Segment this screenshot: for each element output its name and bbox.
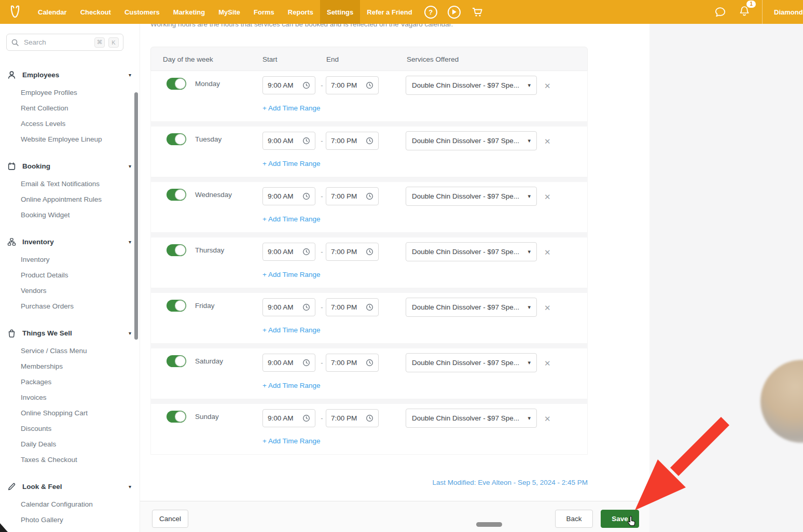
end-time-input[interactable]: 7:00 PM — [326, 187, 379, 205]
account-name-label[interactable]: Diamond — [774, 8, 803, 16]
services-offered-select[interactable]: Double Chin Dissolver - $97 Spe... ▾ — [406, 242, 537, 261]
back-button[interactable]: Back — [555, 510, 593, 528]
vagaro-logo-icon[interactable] — [7, 4, 23, 20]
nav-item-settings[interactable]: Settings — [320, 0, 360, 24]
add-time-range-link[interactable]: + Add Time Range — [262, 104, 320, 112]
nav-item-marketing[interactable]: Marketing — [167, 0, 212, 24]
day-enabled-toggle[interactable] — [167, 244, 186, 256]
last-modified-label: Last Modified: Eve Alteon - Sep 5, 2024 … — [150, 479, 588, 486]
help-icon[interactable]: ? — [424, 6, 437, 19]
chevron-down-icon: ▾ — [129, 484, 131, 489]
remove-time-range-button[interactable]: ✕ — [543, 358, 552, 369]
start-time-input[interactable]: 9:00 AM — [262, 132, 315, 150]
sidebar-item-employee-profiles[interactable]: Employee Profiles — [0, 85, 140, 101]
end-time-input[interactable]: 7:00 PM — [326, 243, 379, 261]
services-offered-select[interactable]: Double Chin Dissolver - $97 Spe... ▾ — [406, 409, 537, 428]
sidebar-item-invoices[interactable]: Invoices — [0, 390, 140, 405]
sidebar-item-design-gift-cards[interactable]: Design Gift Cards — [0, 528, 140, 532]
end-time-input[interactable]: 7:00 PM — [326, 409, 379, 427]
end-time-input[interactable]: 7:00 PM — [326, 76, 379, 94]
start-time-input[interactable]: 9:00 AM — [262, 187, 315, 205]
sidebar-item-rent-collection[interactable]: Rent Collection — [0, 101, 140, 116]
nav-item-customers[interactable]: Customers — [118, 0, 167, 24]
add-time-range-link[interactable]: + Add Time Range — [262, 215, 320, 223]
nav-item-calendar[interactable]: Calendar — [31, 0, 74, 24]
day-enabled-toggle[interactable] — [167, 133, 186, 145]
sidebar-item-daily-deals[interactable]: Daily Deals — [0, 437, 140, 452]
end-time-input[interactable]: 7:00 PM — [326, 354, 379, 372]
sidebar-item-vendors[interactable]: Vendors — [0, 283, 140, 299]
services-offered-select[interactable]: Double Chin Dissolver - $97 Spe... ▾ — [406, 187, 537, 206]
working-hours-row-thursday: Thursday 9:00 AM - 7:00 PM Double Chin D… — [150, 237, 588, 288]
remove-time-range-button[interactable]: ✕ — [543, 247, 552, 258]
day-enabled-toggle[interactable] — [167, 355, 186, 367]
services-offered-select[interactable]: Double Chin Dissolver - $97 Spe... ▾ — [406, 131, 537, 150]
sidebar-item-taxes-checkout[interactable]: Taxes & Checkout — [0, 452, 140, 468]
sidebar-item-packages[interactable]: Packages — [0, 374, 140, 390]
chevron-down-icon: ▾ — [528, 359, 531, 366]
search-input[interactable] — [23, 38, 91, 47]
day-label: Thursday — [195, 237, 224, 263]
nav-item-forms[interactable]: Forms — [247, 0, 281, 24]
time-range-separator: - — [318, 76, 326, 94]
sidebar-item-product-details[interactable]: Product Details — [0, 268, 140, 283]
add-time-range-link[interactable]: + Add Time Range — [262, 271, 320, 278]
notifications-bell-icon[interactable]: 1 — [738, 5, 751, 19]
nav-item-mysite[interactable]: MySite — [212, 0, 247, 24]
chevron-down-icon: ▾ — [129, 163, 131, 169]
remove-time-range-button[interactable]: ✕ — [543, 413, 552, 425]
sidebar-item-calendar-configuration[interactable]: Calendar Configuration — [0, 497, 140, 512]
add-time-range-link[interactable]: + Add Time Range — [262, 382, 320, 389]
sidebar-item-access-levels[interactable]: Access Levels — [0, 116, 140, 132]
sidebar-item-service-class-menu[interactable]: Service / Class Menu — [0, 343, 140, 359]
remove-time-range-button[interactable]: ✕ — [543, 136, 552, 147]
time-range-separator: - — [318, 243, 326, 261]
sidebar-item-website-employee-lineup[interactable]: Website Employee Lineup — [0, 132, 140, 147]
nav-item-refer-a-friend[interactable]: Refer a Friend — [360, 0, 419, 24]
start-time-input[interactable]: 9:00 AM — [262, 354, 315, 372]
sitemap-icon — [7, 237, 16, 246]
cancel-button[interactable]: Cancel — [152, 510, 188, 528]
remove-time-range-button[interactable]: ✕ — [543, 302, 552, 314]
remove-time-range-button[interactable]: ✕ — [543, 191, 552, 203]
day-enabled-toggle[interactable] — [167, 189, 186, 201]
sidebar-item-booking-widget[interactable]: Booking Widget — [0, 207, 140, 223]
add-time-range-link[interactable]: + Add Time Range — [262, 160, 320, 167]
day-enabled-toggle[interactable] — [167, 300, 186, 312]
services-offered-select[interactable]: Double Chin Dissolver - $97 Spe... ▾ — [406, 353, 537, 372]
day-enabled-toggle[interactable] — [167, 78, 186, 90]
add-time-range-link[interactable]: + Add Time Range — [262, 326, 320, 334]
sidebar-item-discounts[interactable]: Discounts — [0, 421, 140, 437]
end-time-input[interactable]: 7:00 PM — [326, 132, 379, 150]
working-hours-row-monday: Monday 9:00 AM - 7:00 PM Double Chin Dis… — [150, 71, 588, 122]
start-time-input[interactable]: 9:00 AM — [262, 76, 315, 94]
sidebar-item-photo-gallery[interactable]: Photo Gallery — [0, 512, 140, 528]
cart-icon[interactable] — [471, 6, 483, 18]
start-time-input[interactable]: 9:00 AM — [262, 409, 315, 427]
sidebar-item-online-shopping-cart[interactable]: Online Shopping Cart — [0, 405, 140, 421]
time-range-separator: - — [318, 132, 326, 150]
start-time-input[interactable]: 9:00 AM — [262, 298, 315, 316]
start-time-input[interactable]: 9:00 AM — [262, 243, 315, 261]
services-offered-select[interactable]: Double Chin Dissolver - $97 Spe... ▾ — [406, 76, 537, 95]
sidebar-item-purchase-orders[interactable]: Purchase Orders — [0, 299, 140, 314]
sidebar-item-email-text-notifications[interactable]: Email & Text Notifications — [0, 176, 140, 192]
nav-item-checkout[interactable]: Checkout — [74, 0, 118, 24]
chat-icon[interactable] — [714, 6, 727, 19]
nav-item-reports[interactable]: Reports — [281, 0, 320, 24]
video-play-icon[interactable] — [448, 6, 461, 19]
column-header-start: Start — [262, 47, 278, 72]
working-hours-row-friday: Friday 9:00 AM - 7:00 PM Double Chin Dis… — [150, 293, 588, 344]
remove-time-range-button[interactable]: ✕ — [543, 80, 552, 92]
save-button[interactable]: Save — [601, 510, 639, 528]
add-time-range-link[interactable]: + Add Time Range — [262, 437, 320, 445]
sidebar-item-inventory[interactable]: Inventory — [0, 252, 140, 268]
services-offered-select[interactable]: Double Chin Dissolver - $97 Spe... ▾ — [406, 298, 537, 317]
drag-handle[interactable] — [476, 522, 502, 527]
sidebar-item-online-appointment-rules[interactable]: Online Appointment Rules — [0, 192, 140, 207]
day-label: Friday — [195, 293, 215, 318]
end-time-input[interactable]: 7:00 PM — [326, 298, 379, 316]
day-enabled-toggle[interactable] — [167, 411, 186, 423]
sidebar-scrollbar[interactable] — [134, 92, 138, 340]
sidebar-item-memberships[interactable]: Memberships — [0, 359, 140, 374]
